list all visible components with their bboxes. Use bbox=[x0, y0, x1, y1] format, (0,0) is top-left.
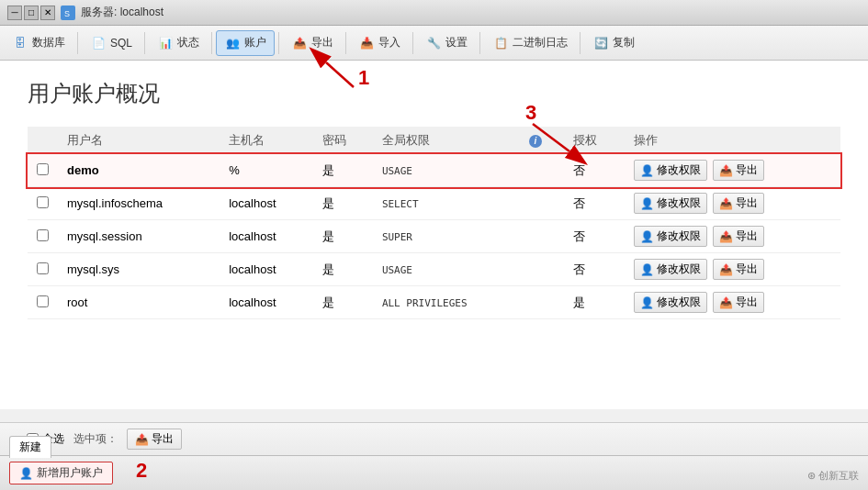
export-user-button[interactable]: 📤 导出 bbox=[713, 259, 764, 280]
row-actions: 👤 修改权限 📤 导出 bbox=[625, 286, 840, 319]
maximize-button[interactable]: □ bbox=[24, 6, 39, 20]
edit-privileges-button[interactable]: 👤 修改权限 bbox=[634, 292, 707, 313]
edit-privileges-button[interactable]: 👤 修改权限 bbox=[634, 160, 707, 181]
new-tab: 新建 bbox=[9, 436, 51, 458]
export-user-button[interactable]: 📤 导出 bbox=[713, 193, 764, 214]
row-username: mysql.sys bbox=[58, 253, 220, 286]
row-actions: 👤 修改权限 📤 导出 bbox=[625, 187, 840, 220]
row-grant: 否 bbox=[564, 220, 624, 253]
main-content: 用户账户概况 用户名 主机名 密码 全局权限 i 授权 操作 bbox=[0, 61, 868, 409]
new-section: 新建 👤 新增用户账户 ⊛ 创新互联 bbox=[0, 455, 868, 490]
bottom-toolbar: ↑ 全选 选中项： 📤 导出 bbox=[0, 422, 868, 455]
table-row: mysql.session localhost 是 SUPER 否 👤 修改权限… bbox=[28, 220, 840, 253]
row-actions: 👤 修改权限 📤 导出 bbox=[625, 253, 840, 286]
edit-user-icon: 👤 bbox=[640, 164, 654, 177]
edit-privileges-button[interactable]: 👤 修改权限 bbox=[634, 193, 707, 214]
col-password: 密码 bbox=[313, 127, 373, 154]
export-user-button[interactable]: 📤 导出 bbox=[713, 160, 764, 181]
edit-privileges-button[interactable]: 👤 修改权限 bbox=[634, 259, 707, 280]
separator bbox=[144, 32, 145, 54]
page-title: 用户账户概况 bbox=[28, 79, 840, 108]
row-info-spacer bbox=[520, 154, 564, 187]
export-selected-icon: 📤 bbox=[135, 433, 149, 446]
export-row-icon: 📤 bbox=[719, 164, 733, 177]
row-username: mysql.session bbox=[58, 220, 220, 253]
table-row: demo % 是 USAGE 否 👤 修改权限 📤 导出 bbox=[28, 154, 840, 187]
row-checkbox-cell[interactable] bbox=[28, 286, 58, 319]
row-host: % bbox=[220, 154, 312, 187]
settings-icon: 🔧 bbox=[425, 35, 442, 51]
row-host: localhost bbox=[220, 220, 312, 253]
edit-user-icon: 👤 bbox=[640, 197, 654, 210]
app-icon: S bbox=[61, 6, 75, 20]
row-grant: 否 bbox=[564, 154, 624, 187]
row-checkbox-cell[interactable] bbox=[28, 187, 58, 220]
edit-user-icon: 👤 bbox=[640, 230, 654, 243]
minimize-button[interactable]: ─ bbox=[7, 6, 22, 20]
toolbar-database[interactable]: 🗄 数据库 bbox=[4, 30, 73, 56]
row-checkbox[interactable] bbox=[37, 229, 49, 241]
replicate-icon: 🔄 bbox=[592, 35, 609, 51]
close-button[interactable]: ✕ bbox=[40, 6, 55, 20]
separator bbox=[77, 32, 78, 54]
table-row: mysql.infoschema localhost 是 SELECT 否 👤 … bbox=[28, 187, 840, 220]
row-checkbox[interactable] bbox=[37, 163, 49, 175]
row-info-spacer bbox=[520, 253, 564, 286]
table-row: mysql.sys localhost 是 USAGE 否 👤 修改权限 📤 导… bbox=[28, 253, 840, 286]
col-info: i bbox=[520, 127, 564, 154]
row-grant: 否 bbox=[564, 253, 624, 286]
toolbar-sql[interactable]: 📄 SQL bbox=[82, 30, 141, 56]
export-user-button[interactable]: 📤 导出 bbox=[713, 292, 764, 313]
table-header-row: 用户名 主机名 密码 全局权限 i 授权 操作 bbox=[28, 127, 840, 154]
export-user-button[interactable]: 📤 导出 bbox=[713, 226, 764, 247]
export-row-icon: 📤 bbox=[719, 197, 733, 210]
window-title: 服务器: localhost bbox=[81, 5, 163, 20]
row-info-spacer bbox=[520, 220, 564, 253]
toolbar-settings[interactable]: 🔧 设置 bbox=[417, 30, 476, 56]
col-grant: 授权 bbox=[564, 127, 624, 154]
add-user-icon: 👤 bbox=[19, 467, 33, 480]
row-actions: 👤 修改权限 📤 导出 bbox=[625, 154, 840, 187]
add-user-button[interactable]: 👤 新增用户账户 bbox=[9, 462, 113, 484]
toolbar-status[interactable]: 📊 状态 bbox=[149, 30, 208, 56]
row-grant: 是 bbox=[564, 286, 624, 319]
col-username: 用户名 bbox=[58, 127, 220, 154]
row-privileges: USAGE bbox=[373, 154, 520, 187]
row-password: 是 bbox=[313, 253, 373, 286]
svg-text:S: S bbox=[64, 9, 70, 18]
row-checkbox[interactable] bbox=[37, 196, 49, 208]
toolbar-export[interactable]: 📤 导出 bbox=[283, 30, 342, 56]
col-privileges: 全局权限 bbox=[373, 127, 520, 154]
row-checkbox-cell[interactable] bbox=[28, 154, 58, 187]
row-privileges: SELECT bbox=[373, 187, 520, 220]
toolbar-account[interactable]: 👥 账户 bbox=[216, 30, 275, 56]
export-selected-button[interactable]: 📤 导出 bbox=[127, 429, 182, 450]
info-icon[interactable]: i bbox=[529, 135, 542, 148]
sql-icon: 📄 bbox=[90, 35, 107, 51]
separator bbox=[412, 32, 413, 54]
row-checkbox-cell[interactable] bbox=[28, 253, 58, 286]
export-row-icon: 📤 bbox=[719, 296, 733, 309]
row-privileges: ALL PRIVILEGES bbox=[373, 286, 520, 319]
users-table: 用户名 主机名 密码 全局权限 i 授权 操作 demo % 是 bbox=[28, 127, 840, 319]
edit-privileges-button[interactable]: 👤 修改权限 bbox=[634, 226, 707, 247]
main-toolbar: 🗄 数据库 📄 SQL 📊 状态 👥 账户 📤 导出 📥 导入 bbox=[0, 26, 868, 61]
row-info-spacer bbox=[520, 286, 564, 319]
separator bbox=[345, 32, 346, 54]
row-host: localhost bbox=[220, 187, 312, 220]
row-checkbox-cell[interactable] bbox=[28, 220, 58, 253]
window-controls[interactable]: ─ □ ✕ bbox=[7, 6, 55, 20]
col-host: 主机名 bbox=[220, 127, 312, 154]
row-grant: 否 bbox=[564, 187, 624, 220]
export-icon: 📤 bbox=[291, 35, 308, 51]
binary-log-icon: 📋 bbox=[492, 35, 509, 51]
col-action: 操作 bbox=[625, 127, 840, 154]
separator bbox=[479, 32, 480, 54]
row-checkbox[interactable] bbox=[37, 295, 49, 307]
separator bbox=[211, 32, 212, 54]
row-username: mysql.infoschema bbox=[58, 187, 220, 220]
toolbar-binary-log[interactable]: 📋 二进制日志 bbox=[484, 30, 576, 56]
row-checkbox[interactable] bbox=[37, 262, 49, 274]
toolbar-replicate[interactable]: 🔄 复制 bbox=[584, 30, 643, 56]
toolbar-import[interactable]: 📥 导入 bbox=[350, 30, 409, 56]
